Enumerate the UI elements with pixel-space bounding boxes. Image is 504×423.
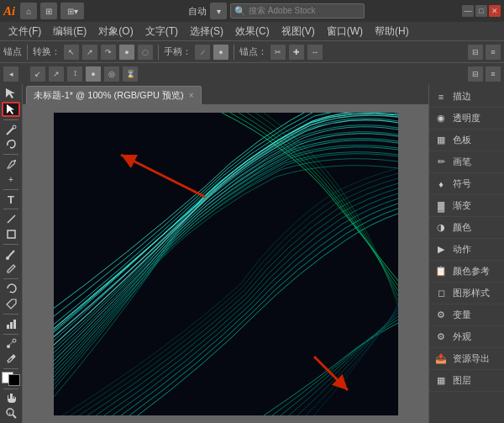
- menu-type[interactable]: 文字(T): [140, 23, 183, 40]
- sub-collapse-left[interactable]: ◂: [3, 66, 18, 82]
- anchor-label2: 锚点：: [239, 45, 267, 58]
- sub-btn-4[interactable]: ●: [86, 66, 101, 82]
- direct-selection-tool-btn[interactable]: [2, 102, 20, 117]
- rotate-btn[interactable]: [2, 282, 20, 296]
- magic-wand-btn[interactable]: [2, 123, 20, 137]
- panel-toggle-btn[interactable]: ⊟: [468, 45, 483, 60]
- panel-transparency-label: 透明度: [453, 112, 480, 124]
- more-btn[interactable]: ≡: [486, 45, 501, 60]
- search-placeholder: 搜索 Adobe Stock: [249, 5, 315, 17]
- stroke-icon: ≡: [434, 90, 448, 103]
- menu-window[interactable]: 窗口(W): [322, 23, 368, 40]
- transform-btn-2[interactable]: ↗: [82, 45, 97, 60]
- menu-edit[interactable]: 编辑(E): [48, 23, 92, 40]
- panel-swatches[interactable]: ▦ 色板: [429, 130, 504, 151]
- paintbrush-btn[interactable]: [2, 247, 20, 262]
- workspace-icon[interactable]: ⊞: [40, 3, 57, 19]
- transform-btn-1[interactable]: ↖: [64, 45, 79, 60]
- transform-btn-5[interactable]: ◌: [138, 45, 153, 60]
- sub-btn-1[interactable]: ↙: [30, 66, 45, 82]
- panel-actions[interactable]: ▶ 动作: [429, 239, 504, 261]
- pencil-btn[interactable]: [2, 262, 20, 277]
- panel-stroke[interactable]: ≡ 描边: [429, 86, 504, 108]
- tool-sep-8: [3, 334, 18, 335]
- handle-btn-1[interactable]: ⟋: [195, 45, 210, 60]
- tab-title: 未标题-1* @ 100% (RGB/GPU 预览): [34, 89, 184, 102]
- panel-graphic-styles[interactable]: ◻ 图形样式: [429, 283, 504, 304]
- menu-effect[interactable]: 效果(C): [230, 23, 275, 40]
- search-icon: 🔍: [234, 6, 246, 17]
- line-btn[interactable]: [2, 212, 20, 226]
- anchor-btn-2[interactable]: ✚: [289, 45, 304, 60]
- menu-help[interactable]: 帮助(H): [370, 23, 414, 40]
- panel-gradient[interactable]: ▓ 渐变: [429, 195, 504, 217]
- tab-close-btn[interactable]: ×: [189, 91, 194, 100]
- canvas-viewport[interactable]: [23, 104, 428, 423]
- panel-color-guide[interactable]: 📋 颜色参考: [429, 261, 504, 283]
- handle-label: 手柄：: [164, 45, 192, 58]
- selection-tool-btn[interactable]: [2, 87, 20, 101]
- hand-btn[interactable]: [2, 391, 20, 405]
- svg-line-0: [7, 128, 13, 135]
- tool-sep-2: [3, 154, 18, 155]
- sub-more[interactable]: ≡: [486, 66, 501, 82]
- panel-symbols[interactable]: ♦ 符号: [429, 173, 504, 195]
- svg-line-3: [8, 215, 15, 223]
- transform-btn-4[interactable]: ●: [119, 45, 134, 60]
- close-button[interactable]: ✕: [489, 5, 501, 17]
- add-anchor-btn[interactable]: +: [2, 172, 20, 187]
- svg-point-9: [7, 345, 10, 348]
- restore-button[interactable]: □: [475, 5, 487, 17]
- app-logo: Ai: [3, 4, 15, 19]
- home-icon[interactable]: ⌂: [20, 3, 37, 19]
- symbols-icon: ♦: [434, 177, 448, 191]
- auto-dropdown[interactable]: ▾: [210, 3, 227, 19]
- rect-btn[interactable]: [2, 227, 20, 241]
- transform-btn-3[interactable]: ↷: [101, 45, 116, 60]
- graph-btn[interactable]: [2, 317, 20, 331]
- panel-asset-export[interactable]: 📤 资源导出: [429, 348, 504, 370]
- toolbar-sep-1: [27, 45, 28, 60]
- lasso-btn[interactable]: [2, 137, 20, 151]
- panel-stroke-label: 描边: [453, 90, 471, 103]
- sub-toolbar: ◂ ↙ ↗ ⟟ ● ◎ ⌛ ⊟ ≡: [0, 62, 504, 84]
- search-bar[interactable]: 🔍 搜索 Adobe Stock: [230, 3, 365, 19]
- sub-btn-6[interactable]: ⌛: [123, 66, 138, 82]
- color-icon: ◑: [434, 221, 448, 235]
- scale-btn[interactable]: [2, 297, 20, 311]
- panel-appearance[interactable]: ⚙ 外观: [429, 326, 504, 348]
- eyedropper-btn[interactable]: [2, 352, 20, 366]
- pen-btn[interactable]: [2, 157, 20, 172]
- type-btn[interactable]: T: [2, 193, 20, 207]
- anchor-btn-1[interactable]: ✂: [270, 45, 286, 60]
- menu-object[interactable]: 对象(O): [93, 23, 138, 40]
- zoom-btn[interactable]: +: [2, 406, 20, 420]
- minimize-button[interactable]: —: [462, 5, 474, 17]
- panel-layers[interactable]: ▦ 图层: [429, 370, 504, 392]
- sub-btn-3[interactable]: ⟟: [67, 66, 82, 82]
- background-color[interactable]: [8, 374, 20, 386]
- anchor-label: 锚点: [3, 45, 22, 58]
- handle-btn-2[interactable]: ●: [213, 45, 228, 60]
- blend-btn[interactable]: [2, 336, 20, 351]
- color-boxes[interactable]: [2, 372, 20, 386]
- menu-select[interactable]: 选择(S): [185, 23, 228, 40]
- asset-export-icon: 📤: [434, 352, 448, 366]
- title-bar: Ai ⌂ ⊞ ⊞▾ 自动 ▾ 🔍 搜索 Adobe Stock — □ ✕: [0, 0, 504, 22]
- panel-color[interactable]: ◑ 颜色: [429, 217, 504, 239]
- sub-btn-2[interactable]: ↗: [49, 66, 64, 82]
- panel-actions-label: 动作: [453, 243, 471, 256]
- workspace-dropdown[interactable]: ⊞▾: [60, 3, 84, 19]
- sub-panel-toggle[interactable]: ⊟: [468, 66, 483, 82]
- menu-view[interactable]: 视图(V): [276, 23, 320, 40]
- menu-file[interactable]: 文件(F): [3, 23, 46, 40]
- document-tab[interactable]: 未标题-1* @ 100% (RGB/GPU 预览) ×: [26, 86, 202, 104]
- panel-transparency[interactable]: ◉ 透明度: [429, 108, 504, 130]
- panel-variables[interactable]: ⚙ 变量: [429, 304, 504, 326]
- menu-bar: 文件(F) 编辑(E) 对象(O) 文字(T) 选择(S) 效果(C) 视图(V…: [0, 22, 504, 40]
- panel-brushes-label: 画笔: [453, 156, 471, 168]
- anchor-btn-3[interactable]: ↔: [307, 45, 323, 60]
- panel-brushes[interactable]: ✏ 画笔: [429, 151, 504, 173]
- panel-variables-label: 变量: [453, 309, 471, 321]
- sub-btn-5[interactable]: ◎: [104, 66, 119, 82]
